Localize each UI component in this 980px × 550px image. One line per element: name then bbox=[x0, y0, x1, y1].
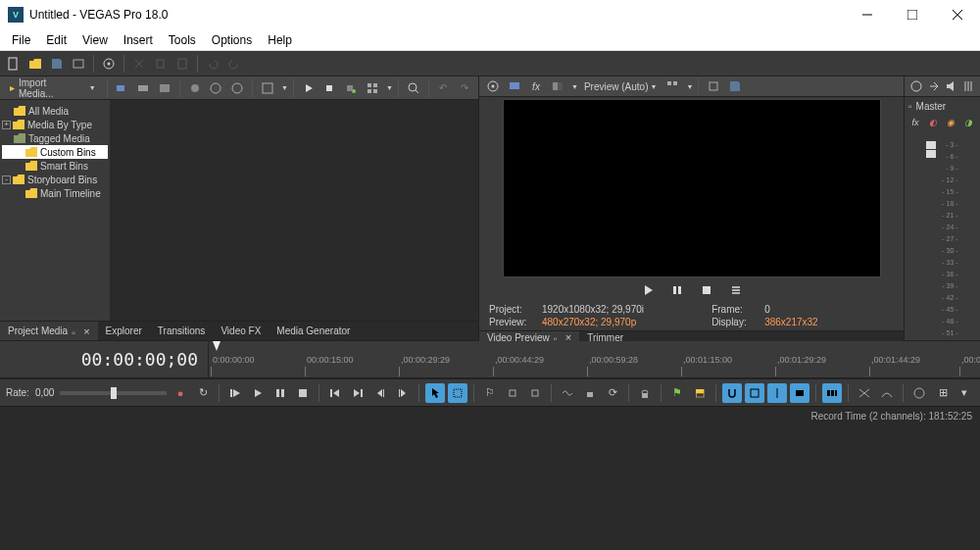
preview-stop-button[interactable] bbox=[699, 282, 714, 298]
dropdown-icon[interactable]: ▼ bbox=[386, 84, 393, 91]
copy-snapshot-button[interactable] bbox=[704, 76, 723, 96]
import-media-button[interactable]: ▸ Import Media... ▼ bbox=[4, 78, 102, 98]
go-to-start-button[interactable] bbox=[325, 383, 345, 403]
dropdown-icon[interactable]: ▼ bbox=[281, 84, 288, 91]
master-automation-button[interactable]: ◉ bbox=[944, 116, 957, 129]
zoom-in-width-button[interactable]: ⊞ bbox=[933, 383, 953, 403]
snap-to-grid-button[interactable] bbox=[745, 383, 764, 403]
rate-slider[interactable] bbox=[60, 391, 167, 395]
save-snapshot-button[interactable] bbox=[725, 76, 745, 96]
preview-quality-dropdown[interactable]: Preview (Auto)▼ bbox=[580, 81, 662, 92]
expander-icon[interactable]: - bbox=[2, 175, 11, 184]
properties-button[interactable] bbox=[99, 54, 119, 74]
tree-item[interactable]: -Storyboard Bins bbox=[2, 173, 108, 186]
normal-edit-tool-button[interactable] bbox=[425, 383, 445, 403]
search-button[interactable] bbox=[404, 78, 423, 98]
auto-crossfade-button[interactable] bbox=[877, 383, 897, 403]
record-button[interactable]: ● bbox=[171, 383, 190, 403]
master-insert-fx-button[interactable]: ◐ bbox=[926, 116, 940, 129]
close-icon[interactable]: × bbox=[83, 325, 89, 337]
undo-pm-button[interactable]: ↶ bbox=[434, 78, 454, 98]
undo-button[interactable] bbox=[203, 54, 222, 74]
timeline-menu-button[interactable]: ▾ bbox=[955, 383, 974, 403]
downmix-button[interactable] bbox=[926, 76, 942, 96]
media-fx-button[interactable] bbox=[185, 78, 205, 98]
pin-icon[interactable]: ▫ bbox=[554, 333, 562, 341]
properties-media-button[interactable] bbox=[258, 78, 277, 98]
automation-settings-button[interactable]: ⟳ bbox=[603, 383, 622, 403]
expander-icon[interactable]: + bbox=[2, 121, 11, 129]
tab-project-media[interactable]: Project Media▫× bbox=[0, 322, 98, 340]
stop-media-button[interactable] bbox=[320, 78, 340, 98]
master-properties-button[interactable] bbox=[908, 76, 924, 96]
get-media-button[interactable] bbox=[133, 78, 153, 98]
pause-button[interactable] bbox=[270, 383, 290, 403]
paste-button[interactable] bbox=[172, 54, 192, 74]
tree-item[interactable]: Custom Bins bbox=[2, 145, 108, 159]
maximize-button[interactable] bbox=[890, 0, 935, 29]
menu-help[interactable]: Help bbox=[260, 31, 300, 49]
tree-item[interactable]: All Media bbox=[2, 104, 108, 118]
extract-audio-button[interactable] bbox=[155, 78, 174, 98]
menu-options[interactable]: Options bbox=[204, 31, 260, 49]
menu-edit[interactable]: Edit bbox=[38, 31, 74, 49]
preview-properties-button[interactable] bbox=[483, 76, 503, 96]
menu-file[interactable]: File bbox=[4, 31, 38, 49]
copy-button[interactable] bbox=[151, 54, 171, 74]
dropdown-icon[interactable]: ▼ bbox=[571, 83, 578, 90]
tree-item[interactable]: Smart Bins bbox=[2, 159, 108, 173]
add-marker-button[interactable]: ⚐ bbox=[480, 383, 500, 403]
redo-button[interactable] bbox=[224, 54, 244, 74]
lock-envelopes-button[interactable] bbox=[580, 383, 600, 403]
preview-play-button[interactable] bbox=[640, 282, 656, 298]
tab-video-fx[interactable]: Video FX bbox=[213, 322, 269, 340]
dropdown-icon[interactable]: ▼ bbox=[686, 83, 693, 90]
tab-transitions[interactable]: Transitions bbox=[150, 322, 214, 340]
preview-device-button[interactable] bbox=[505, 76, 524, 96]
preview-pause-button[interactable] bbox=[669, 282, 685, 298]
cut-button[interactable] bbox=[129, 54, 149, 74]
play-from-start-button[interactable] bbox=[225, 383, 245, 403]
go-to-end-button[interactable] bbox=[348, 383, 368, 403]
open-button[interactable] bbox=[25, 54, 45, 74]
dim-output-button[interactable] bbox=[944, 76, 959, 96]
rate-slider-thumb[interactable] bbox=[111, 387, 117, 399]
new-project-button[interactable] bbox=[4, 54, 24, 74]
close-button[interactable] bbox=[935, 0, 980, 29]
overlays-button[interactable] bbox=[662, 76, 682, 96]
split-button[interactable] bbox=[909, 383, 929, 403]
preview-menu-button[interactable] bbox=[728, 282, 744, 298]
timeline-ruler[interactable]: 0:00:00:0000:00:15:00,00:00:29:29,00:00:… bbox=[208, 341, 980, 377]
marker-tool-button[interactable]: ⚑ bbox=[667, 383, 687, 403]
render-button[interactable] bbox=[69, 54, 88, 74]
pin-icon[interactable]: ▫ bbox=[72, 327, 79, 335]
tree-item[interactable]: +Media By Type bbox=[2, 118, 108, 131]
tree-item[interactable]: Main Timeline bbox=[2, 186, 108, 200]
remove-media-button[interactable] bbox=[227, 78, 247, 98]
crossfade-button[interactable] bbox=[855, 383, 874, 403]
menu-tools[interactable]: Tools bbox=[161, 31, 204, 49]
previous-frame-button[interactable] bbox=[370, 383, 390, 403]
autoplay-button[interactable] bbox=[341, 78, 361, 98]
quantize-to-frames-button[interactable] bbox=[822, 383, 842, 403]
loop-button[interactable]: ↻ bbox=[193, 383, 213, 403]
timecode-display[interactable]: 00:00:00;00 bbox=[0, 341, 208, 377]
media-thumbnail-area[interactable] bbox=[110, 100, 478, 321]
selection-edit-tool-button[interactable] bbox=[448, 383, 467, 403]
snap-to-markers-button[interactable] bbox=[767, 383, 787, 403]
region-tool-button[interactable]: ⬒ bbox=[690, 383, 710, 403]
split-screen-button[interactable] bbox=[548, 76, 567, 96]
video-output-fx-button[interactable]: fx bbox=[526, 76, 546, 96]
trim-start-button[interactable] bbox=[503, 383, 522, 403]
menu-view[interactable]: View bbox=[74, 31, 116, 49]
master-fx-button[interactable]: fx bbox=[908, 116, 922, 129]
redo-pm-button[interactable]: ↷ bbox=[455, 78, 474, 98]
add-cd-button[interactable] bbox=[207, 78, 226, 98]
master-mute-button[interactable]: ◑ bbox=[961, 116, 975, 129]
trim-end-button[interactable] bbox=[525, 383, 545, 403]
auto-ripple-button[interactable] bbox=[558, 383, 577, 403]
enable-snapping-button[interactable] bbox=[722, 383, 742, 403]
stop-button[interactable] bbox=[293, 383, 313, 403]
tab-media-generator[interactable]: Media Generator bbox=[269, 322, 358, 340]
capture-video-button[interactable] bbox=[113, 78, 132, 98]
